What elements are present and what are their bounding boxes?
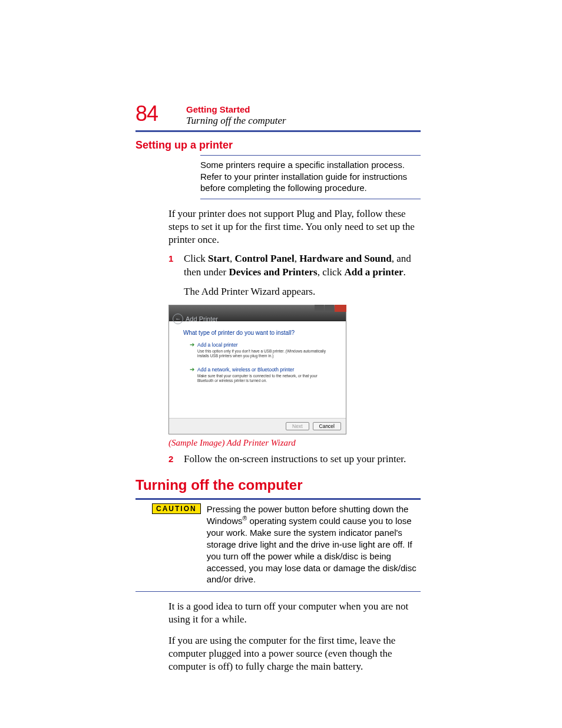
text: , click xyxy=(318,266,345,278)
document-page: 84 Getting Started Turning off the compu… xyxy=(0,0,562,728)
caution-badge: CAUTION xyxy=(152,503,201,514)
text: . xyxy=(404,266,406,278)
wizard-question: What type of printer do you want to inst… xyxy=(183,330,336,336)
option-desc: Use this option only if you don't have a… xyxy=(197,349,333,358)
arrow-icon: ➔ xyxy=(189,367,195,373)
step-result: The Add Printer Wizard appears. xyxy=(184,285,421,299)
window-controls xyxy=(314,305,346,312)
option-title: Add a network, wireless or Bluetooth pri… xyxy=(197,367,294,373)
minimize-icon[interactable] xyxy=(315,305,324,312)
step-1: 1 Click Start, Control Panel, Hardware a… xyxy=(168,252,421,299)
text: , xyxy=(295,253,300,264)
text: Click xyxy=(184,253,208,264)
bold: Devices and Printers xyxy=(229,266,317,278)
chapter-title: Getting Started xyxy=(186,104,286,114)
option-header: ➔ Add a local printer xyxy=(189,342,336,348)
divider xyxy=(200,199,421,199)
caution-block: CAUTION Pressing the power button before… xyxy=(152,503,421,586)
option-title: Add a local printer xyxy=(197,342,238,348)
body-paragraph: It is a good idea to turn off your compu… xyxy=(168,600,421,626)
bold: Start xyxy=(208,253,230,264)
divider xyxy=(135,591,421,592)
divider xyxy=(135,498,421,500)
next-button[interactable]: Next xyxy=(286,422,309,430)
bold: Hardware and Sound xyxy=(299,253,392,264)
wizard-footer: Next Cancel xyxy=(169,418,346,434)
intro-paragraph: If your printer does not support Plug an… xyxy=(168,207,421,246)
note-text: Some printers require a specific install… xyxy=(200,159,421,194)
section-heading-printer: Setting up a printer xyxy=(135,139,421,151)
close-icon[interactable] xyxy=(335,305,346,312)
bold: Control Panel xyxy=(234,253,294,264)
step-2: 2 Follow the on-screen instructions to s… xyxy=(168,453,421,466)
step-number: 2 xyxy=(168,453,184,466)
cancel-button[interactable]: Cancel xyxy=(313,422,341,430)
header-text: Getting Started Turning off the computer xyxy=(186,103,286,127)
arrow-icon: ➔ xyxy=(189,342,195,348)
step-body: Click Start, Control Panel, Hardware and… xyxy=(184,252,421,299)
body-paragraph: If you are using the computer for the fi… xyxy=(168,634,421,673)
maximize-icon[interactable] xyxy=(325,305,334,312)
image-caption: (Sample Image) Add Printer Wizard xyxy=(168,438,421,448)
step-body: Follow the on-screen instructions to set… xyxy=(184,453,421,466)
step-number: 1 xyxy=(168,252,184,299)
back-arrow-icon[interactable]: ← xyxy=(173,314,183,324)
wizard-body: What type of printer do you want to inst… xyxy=(169,321,346,418)
wizard-title: Add Printer xyxy=(186,315,218,322)
divider xyxy=(200,155,421,156)
wizard-option-local[interactable]: ➔ Add a local printer Use this option on… xyxy=(189,342,336,358)
wizard-breadcrumb: ← Add Printer xyxy=(173,314,218,324)
text: operating system could cause you to lose… xyxy=(207,516,416,584)
add-printer-wizard: ← Add Printer What type of printer do yo… xyxy=(168,305,346,434)
page-number: 84 xyxy=(135,103,158,124)
chapter-subtitle: Turning off the computer xyxy=(186,115,286,127)
page-header: 84 Getting Started Turning off the compu… xyxy=(135,103,421,127)
option-header: ➔ Add a network, wireless or Bluetooth p… xyxy=(189,367,336,373)
option-desc: Make sure that your computer is connecte… xyxy=(197,374,333,383)
note-block: Some printers require a specific install… xyxy=(200,155,421,199)
divider xyxy=(135,130,421,132)
wizard-option-network[interactable]: ➔ Add a network, wireless or Bluetooth p… xyxy=(189,367,336,383)
wizard-titlebar: ← Add Printer xyxy=(169,305,346,321)
caution-text: Pressing the power button before shuttin… xyxy=(207,503,421,586)
section-heading-turnoff: Turning off the computer xyxy=(135,477,421,493)
bold: Add a printer xyxy=(344,266,403,278)
